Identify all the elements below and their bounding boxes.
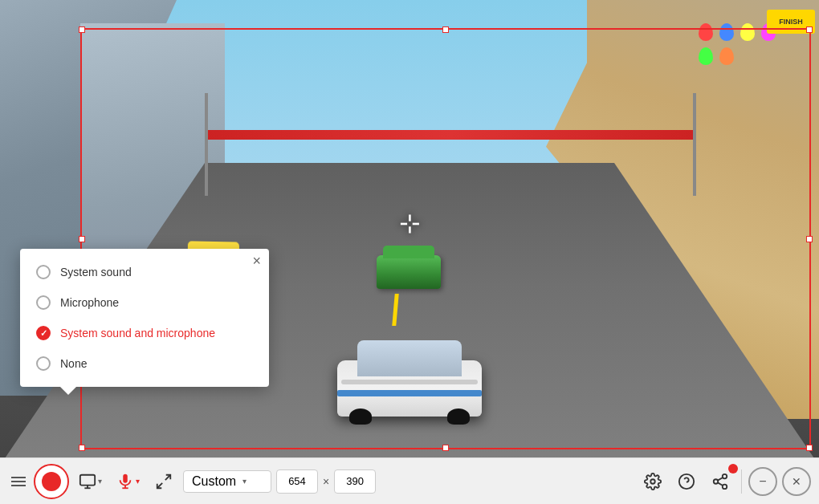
settings-button[interactable] bbox=[638, 467, 667, 496]
audio-options-popup: × System sound Microphone System sound a… bbox=[20, 249, 269, 387]
audio-option-system-sound[interactable]: System sound bbox=[20, 257, 269, 287]
svg-point-13 bbox=[723, 484, 727, 489]
svg-point-12 bbox=[714, 479, 719, 484]
width-input[interactable] bbox=[276, 469, 318, 494]
fullscreen-button[interactable] bbox=[149, 467, 178, 496]
microphone-icon bbox=[116, 473, 134, 490]
audio-option-microphone-label: Microphone bbox=[60, 296, 119, 309]
height-input[interactable] bbox=[334, 469, 376, 494]
minimize-button[interactable]: − bbox=[748, 467, 777, 496]
svg-rect-0 bbox=[80, 474, 95, 485]
audio-option-none-label: None bbox=[60, 357, 87, 370]
record-icon bbox=[42, 472, 61, 491]
svg-line-14 bbox=[718, 482, 723, 486]
microphone-button[interactable]: ▾ bbox=[112, 469, 145, 494]
svg-point-8 bbox=[650, 479, 655, 484]
svg-line-15 bbox=[718, 477, 723, 480]
popup-close-button[interactable]: × bbox=[252, 254, 261, 268]
audio-option-none[interactable]: None bbox=[20, 348, 269, 379]
resolution-dropdown-arrow: ▾ bbox=[242, 477, 247, 486]
minimize-icon: − bbox=[759, 474, 766, 489]
toolbar: ▾ ▾ Custom ▾ × bbox=[0, 457, 819, 504]
audio-option-system-and-mic-label: System sound and microphone bbox=[60, 327, 215, 339]
car-white bbox=[337, 340, 482, 429]
audio-option-microphone[interactable]: Microphone bbox=[20, 287, 269, 318]
hamburger-line-1 bbox=[11, 477, 26, 478]
game-background: ⊹ FINISH bbox=[0, 0, 819, 465]
share-button-wrapper bbox=[706, 467, 735, 496]
mic-dropdown-arrow: ▾ bbox=[136, 477, 140, 486]
sign-right: FINISH bbox=[767, 10, 815, 34]
svg-point-11 bbox=[723, 474, 727, 478]
screen-capture-button[interactable]: ▾ bbox=[74, 469, 107, 494]
svg-rect-3 bbox=[123, 474, 128, 482]
custom-label: Custom bbox=[192, 474, 236, 489]
screen-dropdown-arrow: ▾ bbox=[98, 477, 102, 486]
car-green bbox=[377, 255, 441, 289]
banner-pole-left bbox=[205, 93, 208, 196]
svg-line-6 bbox=[165, 474, 170, 479]
help-icon bbox=[678, 473, 695, 490]
hamburger-line-3 bbox=[11, 485, 26, 486]
radio-system-sound bbox=[36, 265, 51, 279]
help-button[interactable] bbox=[672, 467, 701, 496]
monitor-icon bbox=[79, 473, 96, 490]
audio-option-system-sound-label: System sound bbox=[60, 266, 132, 278]
record-button[interactable] bbox=[34, 464, 69, 499]
close-button[interactable]: ✕ bbox=[782, 467, 811, 496]
radio-microphone bbox=[36, 295, 51, 310]
close-icon: ✕ bbox=[792, 475, 801, 488]
hamburger-line-2 bbox=[11, 481, 26, 482]
radio-system-and-mic bbox=[36, 326, 51, 340]
share-icon bbox=[711, 473, 729, 490]
svg-line-7 bbox=[157, 482, 162, 487]
hamburger-menu[interactable] bbox=[8, 474, 29, 490]
size-separator: × bbox=[323, 475, 329, 488]
radio-none bbox=[36, 356, 51, 371]
settings-icon bbox=[644, 473, 662, 490]
banner-pole-right bbox=[693, 93, 696, 196]
audio-option-system-and-mic[interactable]: System sound and microphone bbox=[20, 318, 269, 348]
move-cursor-icon[interactable]: ⊹ bbox=[393, 207, 426, 239]
screen-area: ⊹ FINISH × System sound M bbox=[0, 0, 819, 465]
toolbar-separator bbox=[741, 469, 742, 494]
fullscreen-icon bbox=[155, 473, 173, 490]
share-badge bbox=[728, 464, 738, 474]
road-banner bbox=[205, 130, 696, 140]
resolution-dropdown[interactable]: Custom ▾ bbox=[183, 470, 271, 493]
